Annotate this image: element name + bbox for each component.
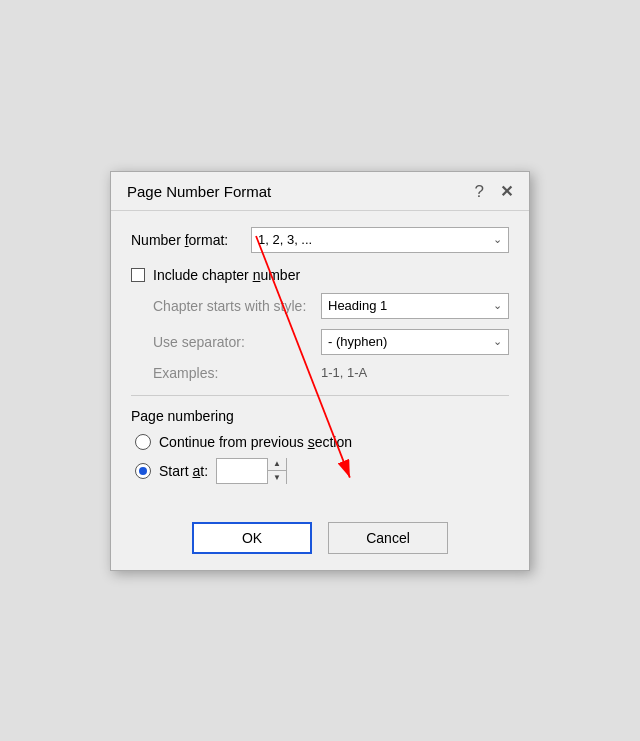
title-bar: Page Number Format ? ✕: [111, 172, 529, 211]
spinner-up-button[interactable]: ▲: [268, 458, 286, 471]
start-at-label: Start at:: [159, 463, 208, 479]
dialog-body: Number format: 1, 2, 3, ... ⌄ Include ch…: [111, 211, 529, 512]
page-number-format-dialog: Page Number Format ? ✕ Number format: 1,…: [110, 171, 530, 571]
ok-button[interactable]: OK: [192, 522, 312, 554]
include-chapter-row: Include chapter number: [131, 267, 509, 283]
number-format-underline-f: f: [185, 232, 189, 248]
continue-label: Continue from previous section: [159, 434, 352, 450]
chapter-starts-select[interactable]: Heading 1 ⌄: [321, 293, 509, 319]
number-format-label: Number format:: [131, 232, 241, 248]
include-chapter-checkbox[interactable]: [131, 268, 145, 282]
start-at-spinner[interactable]: 5 ▲ ▼: [216, 458, 287, 484]
help-button[interactable]: ?: [471, 182, 488, 202]
use-separator-row: Use separator: - (hyphen) ⌄: [153, 329, 509, 355]
section-divider: [131, 395, 509, 396]
dialog-footer: OK Cancel: [111, 512, 529, 570]
use-separator-chevron-icon: ⌄: [493, 335, 502, 348]
include-chapter-underline-n: n: [253, 267, 261, 283]
number-format-row: Number format: 1, 2, 3, ... ⌄: [131, 227, 509, 253]
chapter-options-section: Chapter starts with style: Heading 1 ⌄ U…: [131, 293, 509, 381]
cancel-button[interactable]: Cancel: [328, 522, 448, 554]
start-at-underline-a: a: [192, 463, 200, 479]
use-separator-select[interactable]: - (hyphen) ⌄: [321, 329, 509, 355]
number-format-chevron-icon: ⌄: [493, 233, 502, 246]
examples-row: Examples: 1-1, 1-A: [153, 365, 509, 381]
start-at-radio-selected-indicator: [139, 467, 147, 475]
continue-underline-s: s: [308, 434, 315, 450]
number-format-value: 1, 2, 3, ...: [258, 232, 312, 247]
start-at-radio[interactable]: [135, 463, 151, 479]
chapter-starts-value: Heading 1: [328, 298, 387, 313]
include-chapter-label: Include chapter number: [153, 267, 300, 283]
start-at-row: Start at: 5 ▲ ▼: [131, 458, 509, 484]
close-button[interactable]: ✕: [496, 182, 517, 201]
chapter-starts-label: Chapter starts with style:: [153, 298, 313, 314]
start-at-input[interactable]: 5: [217, 459, 267, 483]
spinner-buttons: ▲ ▼: [267, 458, 286, 484]
use-separator-value: - (hyphen): [328, 334, 387, 349]
examples-value: 1-1, 1-A: [321, 365, 367, 380]
title-actions: ? ✕: [471, 182, 517, 202]
chapter-starts-chevron-icon: ⌄: [493, 299, 502, 312]
spinner-down-button[interactable]: ▼: [268, 471, 286, 484]
examples-label: Examples:: [153, 365, 313, 381]
continue-radio-row: Continue from previous section: [131, 434, 509, 450]
page-numbering-title: Page numbering: [131, 408, 509, 424]
chapter-starts-row: Chapter starts with style: Heading 1 ⌄: [153, 293, 509, 319]
use-separator-label: Use separator:: [153, 334, 313, 350]
dialog-title: Page Number Format: [127, 183, 271, 200]
number-format-select[interactable]: 1, 2, 3, ... ⌄: [251, 227, 509, 253]
continue-radio[interactable]: [135, 434, 151, 450]
